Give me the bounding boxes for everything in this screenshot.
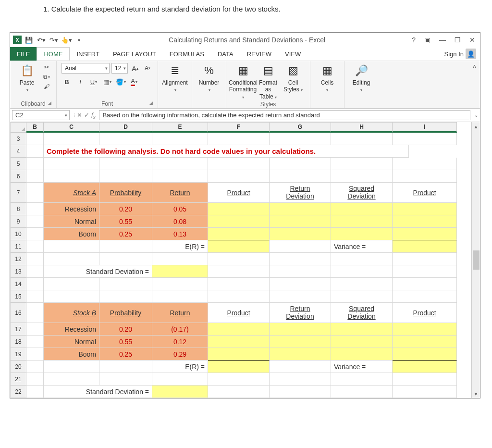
tab-view[interactable]: VIEW (278, 47, 308, 61)
cell-A-ER-label[interactable]: E(R) = (152, 240, 208, 253)
tab-review[interactable]: REVIEW (240, 47, 278, 61)
cell-B-state-0[interactable]: Recession (44, 323, 99, 336)
col-header-D[interactable]: D (99, 122, 152, 133)
cell-A-sqdev-0[interactable] (331, 203, 393, 215)
cell-H22[interactable] (331, 386, 393, 398)
font-color-icon[interactable]: A▾ (129, 76, 139, 87)
cell-B18[interactable] (26, 336, 44, 348)
col-header-C[interactable]: C (44, 122, 99, 133)
cell-F14[interactable] (208, 278, 270, 290)
cell-F13[interactable] (208, 265, 270, 278)
row-header-15[interactable]: 15 (10, 290, 26, 303)
cell-D3[interactable] (99, 133, 152, 145)
scroll-up-icon[interactable]: ▲ (472, 122, 480, 131)
cell-B-ret-2[interactable]: 0.29 (152, 348, 208, 361)
copy-icon[interactable]: ⧉▾ (42, 73, 51, 81)
cell-B17[interactable] (26, 323, 44, 336)
cell-A-product2-1[interactable] (393, 215, 457, 228)
qat-customize-icon[interactable]: ▾ (74, 35, 84, 45)
cell-H12[interactable] (331, 253, 393, 265)
cell-B-prob-0[interactable]: 0.20 (99, 323, 152, 336)
cell-A-product-1[interactable] (208, 215, 270, 228)
tab-page-layout[interactable]: PAGE LAYOUT (106, 47, 163, 61)
cell-B-prob-2[interactable]: 0.25 (99, 348, 152, 361)
cell-E15[interactable] (152, 290, 208, 303)
cell-stockB-title[interactable]: Stock B (44, 303, 99, 323)
font-name-select[interactable]: Arial (62, 63, 110, 74)
cell-B14[interactable] (26, 278, 44, 290)
row-header-12[interactable]: 12 (10, 253, 26, 265)
row-header-16[interactable]: 16 (10, 303, 26, 323)
cell-D15[interactable] (99, 290, 152, 303)
cell-A-stddev-label[interactable]: Standard Deviation = (44, 265, 152, 278)
row-header-17[interactable]: 17 (10, 323, 26, 336)
cell-A-prob-0[interactable]: 0.20 (99, 203, 152, 215)
col-header-G[interactable]: G (270, 122, 331, 133)
cell-B15[interactable] (26, 290, 44, 303)
cell-E21[interactable] (152, 373, 208, 386)
cell-B13[interactable] (26, 265, 44, 278)
cell-F12[interactable] (208, 253, 270, 265)
number-button[interactable]: %Number▾ (197, 63, 221, 93)
cell-F6[interactable] (208, 170, 270, 183)
fill-color-icon[interactable]: 🪣▾ (115, 76, 126, 87)
sign-in[interactable]: Sign In 👤 (441, 47, 480, 61)
cell-B-variance-label[interactable]: Variance = (331, 361, 393, 373)
cell-A-stddev-value[interactable] (152, 265, 208, 278)
maximize-icon[interactable]: ❐ (453, 36, 463, 44)
cell-A-sqdev-1[interactable] (331, 215, 393, 228)
cell-F15[interactable] (208, 290, 270, 303)
cell-B16[interactable] (26, 303, 44, 323)
cell-C12[interactable] (44, 253, 99, 265)
cell-A-retdev-1[interactable] (270, 215, 331, 228)
cell-F5[interactable] (208, 158, 270, 170)
cell-I12[interactable] (393, 253, 457, 265)
cell-I6[interactable] (393, 170, 457, 183)
row-header-13[interactable]: 13 (10, 265, 26, 278)
cell-stockA-title[interactable]: Stock A (44, 183, 99, 203)
cell-A-ER-value[interactable] (208, 240, 270, 253)
col-header-I[interactable]: I (393, 122, 457, 133)
cell-A-ret-1[interactable]: 0.08 (152, 215, 208, 228)
cell-I15[interactable] (393, 290, 457, 303)
col-header-H[interactable]: H (331, 122, 393, 133)
cell-A-variance-label[interactable]: Variance = (331, 240, 393, 253)
cell-D11[interactable] (99, 240, 152, 253)
cell-E6[interactable] (152, 170, 208, 183)
cell-B-product2-0[interactable] (393, 323, 457, 336)
cell-I13[interactable] (393, 265, 457, 278)
cell-E3[interactable] (152, 133, 208, 145)
row-header-19[interactable]: 19 (10, 348, 26, 361)
cell-C14[interactable] (44, 278, 99, 290)
cell-A-prob-2[interactable]: 0.25 (99, 228, 152, 240)
cell-B3[interactable] (26, 133, 44, 145)
cell-A-state-1[interactable]: Normal (44, 215, 99, 228)
cell-B-state-1[interactable]: Normal (44, 336, 99, 348)
row-header-8[interactable]: 8 (10, 203, 26, 215)
cell-I21[interactable] (393, 373, 457, 386)
cell-return-header-B[interactable]: Return (152, 303, 208, 323)
cell-A-product-0[interactable] (208, 203, 270, 215)
ribbon-display-icon[interactable]: ▣ (422, 36, 432, 44)
cell-I3[interactable] (393, 133, 457, 145)
cell-product2-header-B[interactable]: Product (393, 303, 457, 323)
row-header-3[interactable]: 3 (10, 133, 26, 145)
cell-A-state-2[interactable]: Boom (44, 228, 99, 240)
cell-product-header-B[interactable]: Product (208, 303, 270, 323)
cell-I5[interactable] (393, 158, 457, 170)
cell-G20[interactable] (270, 361, 331, 373)
formula-input[interactable]: Based on the following information, calc… (99, 110, 470, 120)
cell-return-deviation-header-A[interactable]: ReturnDeviation (270, 183, 331, 203)
italic-button[interactable]: I (75, 76, 86, 87)
row-header-6[interactable]: 6 (10, 170, 26, 183)
cell-A-product2-2[interactable] (393, 228, 457, 240)
cell-A-sqdev-2[interactable] (331, 228, 393, 240)
fx-dropdown-icon[interactable]: ⁝ (74, 112, 75, 118)
cells-button[interactable]: ▦Cells▾ (315, 63, 339, 93)
cell-B10[interactable] (26, 228, 44, 240)
cell-E14[interactable] (152, 278, 208, 290)
increase-font-icon[interactable]: A▴ (130, 63, 140, 74)
cell-B-ret-1[interactable]: 0.12 (152, 336, 208, 348)
format-as-table-button[interactable]: ▤Format asTable ▾ (256, 63, 280, 100)
cell-B-ret-0[interactable]: (0.17) (152, 323, 208, 336)
